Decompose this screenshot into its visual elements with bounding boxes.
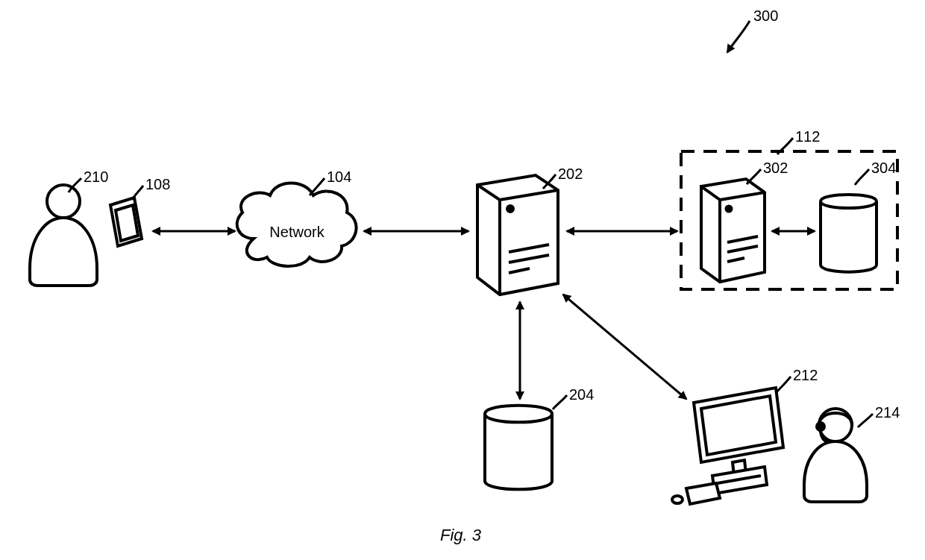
ref-302-leader (747, 169, 761, 184)
ref-204-leader (553, 395, 567, 409)
ref-212-label: 212 (793, 367, 818, 384)
ref-108-label: 108 (145, 176, 170, 193)
network-cloud-icon: Network (237, 183, 357, 267)
ref-204-label: 204 (569, 386, 594, 403)
ref-112-label: 112 (795, 128, 820, 145)
ref-304-label: 304 (871, 160, 896, 177)
ref-202-label: 202 (558, 166, 583, 183)
ref-108-leader (132, 186, 143, 200)
svg-line-19 (563, 295, 686, 399)
cloud-label-text: Network (269, 224, 324, 240)
workstation-icon (672, 388, 783, 504)
ref-212-leader (777, 377, 791, 392)
svg-point-9 (727, 207, 732, 212)
ref-304-leader (855, 169, 869, 185)
ref-210-label: 210 (84, 169, 108, 186)
database-icon-304 (821, 195, 877, 272)
user-icon (30, 185, 97, 286)
mobile-device-icon (110, 198, 142, 246)
server-icon-302 (701, 179, 765, 282)
ref-214-leader (858, 414, 873, 427)
ref-300-leader (727, 21, 750, 52)
svg-point-11 (672, 496, 683, 503)
svg-point-13 (817, 423, 824, 430)
figure-caption: Fig. 3 (440, 526, 481, 545)
diagram-svg: Network (0, 0, 925, 560)
server-icon-202 (477, 175, 558, 295)
ref-302-label: 302 (763, 160, 788, 177)
database-icon-204 (485, 406, 552, 490)
ref-300-label: 300 (753, 7, 778, 25)
svg-point-1 (47, 185, 80, 218)
svg-point-5 (507, 206, 513, 212)
ref-214-label: 214 (875, 404, 900, 421)
operator-icon (804, 409, 867, 502)
ref-104-label: 104 (327, 169, 351, 186)
diagram-canvas: Network (0, 0, 925, 560)
